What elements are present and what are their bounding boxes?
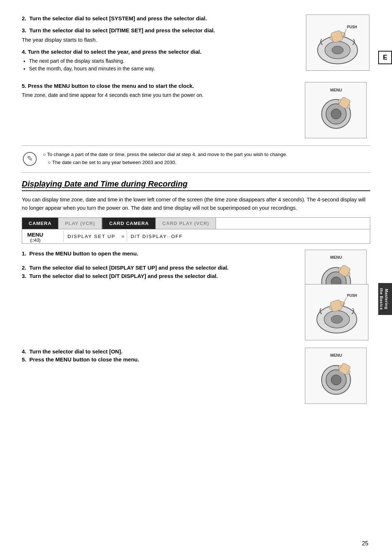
page: E Mastering the Basics 2. Turn the selec…	[0, 0, 392, 557]
dial-image-top: PUSH	[305, 15, 370, 76]
menu-ref: (□43)	[27, 238, 60, 243]
svg-point-2	[332, 46, 343, 54]
top-steps-section: 2. Turn the selector dial to select [SYS…	[22, 15, 370, 76]
note-content: To change a part of the date or time, pr…	[43, 151, 287, 167]
menu-label: MENU	[27, 232, 60, 238]
bottom-steps-4-5: 4. Turn the selector dial to select [ON]…	[22, 348, 370, 404]
note-box: ✎ To change a part of the date or time, …	[22, 151, 370, 167]
svg-point-10	[331, 109, 341, 119]
bottom-steps-2-3: PUSH	[22, 313, 370, 340]
svg-text:MENU: MENU	[330, 88, 342, 92]
svg-point-23	[331, 315, 343, 323]
step-5-content: 5. Press the MENU button to close the me…	[22, 82, 298, 138]
section-body: You can display time zone, date and time…	[22, 196, 370, 212]
side-tab-e: E	[378, 51, 392, 64]
selector-dial-image: PUSH	[306, 15, 369, 71]
divider-2	[22, 172, 370, 173]
step-5-section: 5. Press the MENU button to close the me…	[22, 82, 370, 138]
section-heading: Displaying Date and Time during Recordin…	[22, 179, 370, 191]
menu-row: MENU (□43) DISPLAY SET UP » D/T DISPLAY·…	[22, 229, 370, 244]
step-3: 3. Turn the selector dial to select [D/T…	[22, 26, 298, 44]
selector-dial-image-bottom: PUSH	[305, 313, 370, 340]
divider	[22, 146, 370, 146]
svg-text:MENU: MENU	[330, 255, 342, 259]
bottom-steps: 1. Press the MENU button to open the men…	[22, 250, 370, 404]
step-4: 4. Turn the selector dial to select the …	[22, 48, 298, 73]
top-steps-text: 2. Turn the selector dial to select [SYS…	[22, 15, 298, 76]
menu-arrow: »	[119, 233, 127, 239]
svg-text:✎: ✎	[27, 155, 33, 163]
camera-mode-btn[interactable]: CAMERA	[22, 218, 58, 229]
svg-text:PUSH: PUSH	[347, 25, 357, 29]
menu-path-1: DISPLAY SET UP	[64, 231, 119, 242]
mode-buttons-row: CAMERA PLAY (VCR) CARD CAMERA CARD PLAY …	[22, 217, 370, 229]
card-play-vcr-mode-btn[interactable]: CARD PLAY (VCR)	[156, 218, 216, 229]
card-camera-mode-btn[interactable]: CARD CAMERA	[103, 218, 156, 229]
menu-button-image-top: MENU	[305, 82, 370, 138]
svg-point-31	[331, 375, 341, 385]
play-vcr-mode-btn[interactable]: PLAY (VCR)	[58, 218, 102, 229]
mastering-tab: Mastering the Basics	[378, 283, 392, 315]
step-2: 2. Turn the selector dial to select [SYS…	[22, 15, 298, 23]
menu-button-image-bottom2: MENU	[305, 348, 370, 404]
page-number: 25	[362, 540, 368, 547]
note-icon: ✎	[22, 151, 38, 167]
svg-text:MENU: MENU	[330, 353, 342, 357]
svg-text:PUSH: PUSH	[347, 294, 357, 298]
menu-path-2: D/T DISPLAY··OFF	[127, 231, 186, 242]
